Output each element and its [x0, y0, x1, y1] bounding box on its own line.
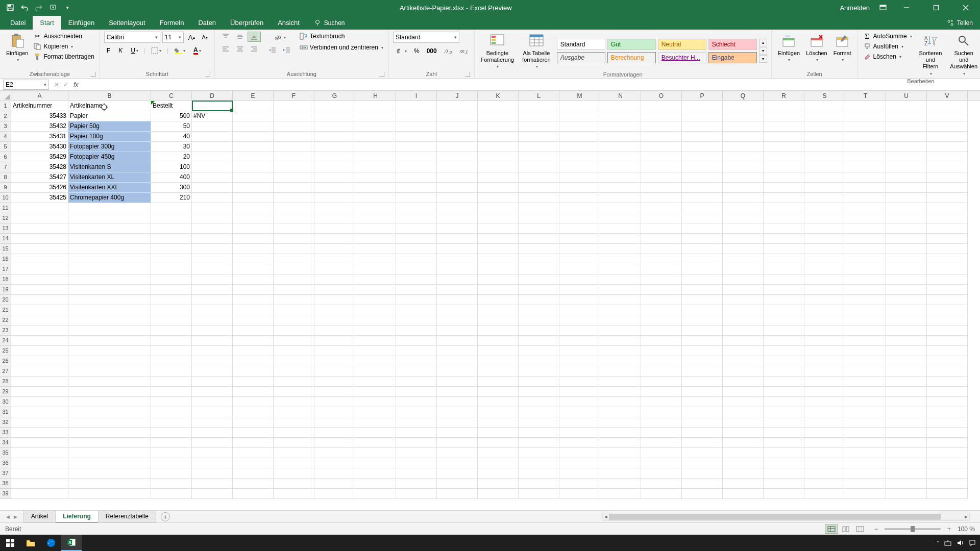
cell[interactable] [314, 356, 355, 366]
cell[interactable] [927, 458, 968, 468]
cell[interactable] [559, 101, 600, 111]
cell[interactable] [314, 183, 355, 193]
cell[interactable] [682, 162, 723, 172]
cell[interactable] [600, 142, 641, 152]
cell[interactable] [682, 346, 723, 356]
cell[interactable] [151, 285, 192, 295]
cell[interactable] [437, 132, 478, 142]
cell[interactable] [396, 254, 437, 264]
cell[interactable] [314, 285, 355, 295]
cell[interactable] [478, 132, 519, 142]
row-header[interactable]: 36 [0, 458, 11, 468]
cell[interactable] [314, 111, 355, 121]
cell[interactable] [355, 285, 396, 295]
cell[interactable] [233, 234, 274, 244]
cell[interactable] [233, 366, 274, 377]
cell[interactable] [274, 325, 314, 336]
cell[interactable] [396, 203, 437, 213]
cell[interactable] [192, 172, 233, 183]
cell[interactable] [845, 132, 886, 142]
cell[interactable] [845, 356, 886, 366]
cell[interactable] [478, 152, 519, 162]
cell[interactable] [478, 325, 519, 336]
cell[interactable] [396, 468, 437, 479]
cell[interactable] [804, 193, 845, 203]
cell[interactable] [641, 417, 682, 428]
cell[interactable] [519, 274, 559, 285]
cell[interactable] [682, 254, 723, 264]
cell[interactable] [68, 407, 151, 417]
cell[interactable] [600, 387, 641, 397]
cell[interactable] [151, 346, 192, 356]
cell[interactable] [68, 397, 151, 407]
cell[interactable] [396, 428, 437, 438]
cell[interactable] [355, 254, 396, 264]
cell[interactable] [600, 346, 641, 356]
cell[interactable] [723, 183, 764, 193]
column-header[interactable]: B [68, 91, 151, 101]
cell[interactable] [682, 203, 723, 213]
cell[interactable] [641, 407, 682, 417]
cell[interactable] [641, 193, 682, 203]
cell[interactable] [396, 223, 437, 234]
cell[interactable] [519, 111, 559, 121]
cell[interactable] [682, 244, 723, 254]
cell[interactable] [845, 336, 886, 346]
cell[interactable] [233, 417, 274, 428]
row-header[interactable]: 27 [0, 366, 11, 377]
cell[interactable] [437, 183, 478, 193]
column-header[interactable]: A [11, 91, 68, 101]
cell[interactable] [723, 397, 764, 407]
cell[interactable] [927, 387, 968, 397]
cell[interactable] [478, 397, 519, 407]
cell[interactable] [641, 152, 682, 162]
cell[interactable] [519, 132, 559, 142]
cell[interactable] [559, 121, 600, 132]
dialog-launcher-icon[interactable] [465, 72, 470, 77]
cell[interactable] [396, 377, 437, 387]
format-cells-button[interactable]: Format▾ [831, 32, 853, 64]
cell[interactable] [274, 111, 314, 121]
cell[interactable] [192, 264, 233, 274]
cell[interactable] [559, 203, 600, 213]
insert-cells-button[interactable]: Einfügen▾ [776, 32, 802, 64]
cell[interactable] [274, 356, 314, 366]
cell[interactable] [764, 336, 804, 346]
cell[interactable] [682, 285, 723, 295]
cell[interactable] [600, 336, 641, 346]
cell[interactable]: Visitenkarten S [68, 162, 151, 172]
cell[interactable] [396, 101, 437, 111]
cell[interactable] [68, 203, 151, 213]
cell[interactable]: Papier 50g [68, 121, 151, 132]
cell[interactable] [804, 172, 845, 183]
cell[interactable] [723, 336, 764, 346]
style-eingabe[interactable]: Eingabe [708, 52, 757, 63]
column-header[interactable]: I [396, 91, 437, 101]
cell[interactable] [641, 448, 682, 458]
cell[interactable] [927, 162, 968, 172]
cell[interactable] [274, 274, 314, 285]
cell[interactable] [927, 377, 968, 387]
tab-data[interactable]: Daten [191, 16, 223, 30]
cell[interactable] [641, 111, 682, 121]
cell[interactable] [886, 162, 927, 172]
cell[interactable] [723, 193, 764, 203]
fx-icon[interactable]: fx [74, 81, 78, 88]
style-neutral[interactable]: Neutral [658, 39, 706, 50]
cell[interactable] [233, 387, 274, 397]
dialog-launcher-icon[interactable] [90, 72, 95, 77]
bold-button[interactable]: F [104, 45, 113, 56]
cell[interactable] [641, 295, 682, 305]
cell[interactable] [682, 142, 723, 152]
cell[interactable] [927, 142, 968, 152]
cell[interactable] [478, 366, 519, 377]
cell[interactable] [478, 142, 519, 152]
cell[interactable]: 35426 [11, 183, 68, 193]
cell[interactable] [478, 193, 519, 203]
cell[interactable] [927, 111, 968, 121]
cell[interactable] [723, 305, 764, 315]
cell[interactable] [233, 295, 274, 305]
cell[interactable] [314, 468, 355, 479]
cell[interactable] [804, 468, 845, 479]
cell[interactable] [559, 254, 600, 264]
